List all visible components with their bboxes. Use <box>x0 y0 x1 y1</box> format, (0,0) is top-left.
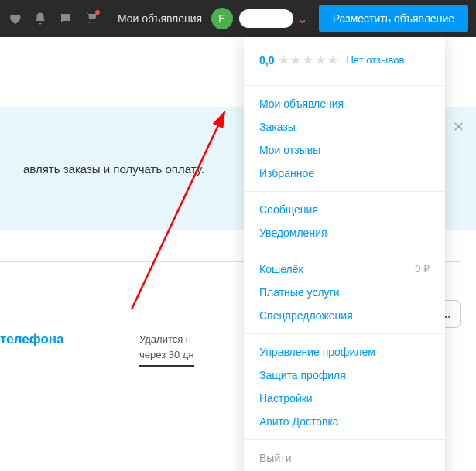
menu-item-wallet[interactable]: Кошелёк 0 ₽ <box>244 258 445 281</box>
menu-item-orders[interactable]: Заказы <box>244 115 445 138</box>
notification-dot <box>95 10 100 15</box>
user-name-hidden <box>239 9 293 28</box>
menu-item-special-offers[interactable]: Спецпредложения <box>244 304 445 327</box>
chevron-down-icon: ⌄ <box>297 12 307 26</box>
chat-icon[interactable] <box>59 12 73 26</box>
user-dropdown-menu: 0,0 ★★★★★ Нет отзывов Мои объявления Зак… <box>244 37 445 471</box>
menu-item-avito-delivery[interactable]: Авито Доставка <box>244 410 445 433</box>
listing-title-phone[interactable]: телефона <box>0 332 77 347</box>
info-banner-text: авлять заказы и получать оплату. <box>15 162 204 176</box>
user-menu-trigger[interactable]: E ⌄ <box>211 8 307 29</box>
menu-item-paid-services[interactable]: Платные услуги <box>244 281 445 304</box>
rating-row[interactable]: 0,0 ★★★★★ Нет отзывов <box>244 49 445 79</box>
reviews-link[interactable]: Нет отзывов <box>346 54 404 66</box>
divider <box>244 439 445 440</box>
menu-item-messages[interactable]: Сообщения <box>244 198 445 221</box>
menu-item-profile-security[interactable]: Защита профиля <box>244 363 445 387</box>
post-ad-button[interactable]: Разместить объявление <box>319 5 468 32</box>
avatar: E <box>211 8 233 29</box>
wallet-balance: 0 ₽ <box>415 263 430 275</box>
menu-item-profile-management[interactable]: Управление профилем <box>244 340 445 363</box>
menu-item-my-reviews[interactable]: Мои отзывы <box>244 138 445 162</box>
menu-item-my-ads[interactable]: Мои объявления <box>244 92 445 115</box>
heart-icon[interactable] <box>8 12 22 26</box>
menu-item-settings[interactable]: Настройки <box>244 387 445 410</box>
divider <box>244 333 445 334</box>
star-icons: ★★★★★ <box>278 53 340 67</box>
top-header: Мои объявления E ⌄ Разместить объявление <box>0 0 476 37</box>
divider <box>244 191 445 192</box>
bell-icon[interactable] <box>33 12 47 26</box>
menu-item-favorites[interactable]: Избранное <box>244 162 445 185</box>
close-icon[interactable]: ✕ <box>453 118 464 135</box>
menu-item-logout[interactable]: Выйти <box>244 446 445 469</box>
rating-value: 0,0 <box>259 54 274 67</box>
cart-icon[interactable] <box>84 12 98 26</box>
menu-item-notifications[interactable]: Уведомления <box>244 221 445 244</box>
divider <box>244 251 445 251</box>
divider <box>244 85 445 86</box>
delete-countdown-text: Удалится н через 30 дн <box>139 332 194 367</box>
my-ads-link[interactable]: Мои объявления <box>118 12 202 25</box>
